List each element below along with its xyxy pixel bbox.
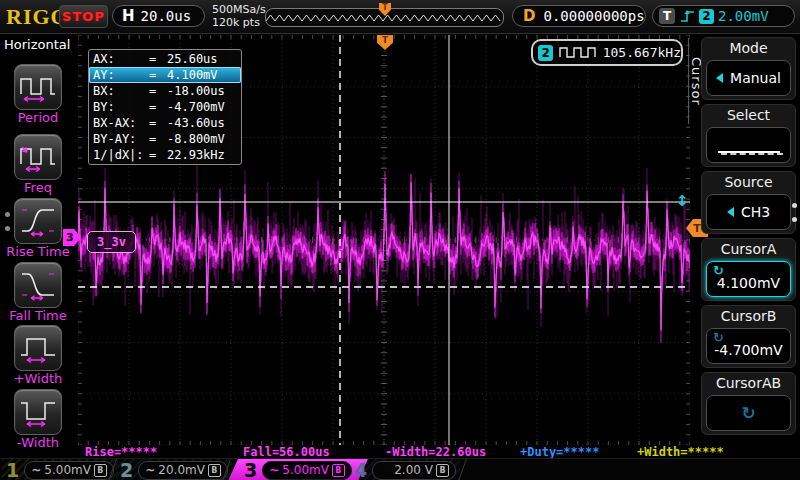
measure-falltime-label: Fall Time — [0, 308, 76, 323]
readout-label: BX: — [93, 84, 149, 98]
cursor-select-section[interactable]: Select — [701, 104, 796, 167]
measurement-duty: +Duty=***** — [520, 445, 599, 459]
measure-period-label: Period — [0, 110, 76, 125]
measure-risetime-button[interactable] — [14, 198, 62, 244]
source-button[interactable]: CH3 — [706, 194, 791, 230]
measurement-pwidth: +Width=***** — [637, 445, 724, 459]
trigger-position-marker-label: T — [382, 35, 388, 46]
readout-label: AY: — [93, 68, 149, 82]
rising-edge-icon — [679, 8, 696, 24]
channel-2-scale-pill: ~ 20.0mV B — [138, 461, 228, 480]
measurement-results-row: Rise=***** Fall=56.00us -Width=22.60us +… — [0, 445, 800, 458]
trigger-level-marker-label: T — [693, 222, 701, 235]
channel-2-number: 2 — [120, 459, 133, 480]
plus-width-icon — [18, 332, 58, 364]
readout-label: AX: — [93, 52, 149, 66]
measure-pluswidth-button[interactable] — [14, 325, 62, 371]
readout-row-bxax: BX-AX: = -43.60us — [89, 115, 241, 131]
measure-risetime-label: Rise Time — [0, 244, 76, 259]
channel-3-number: 3 — [244, 459, 257, 480]
cursor-b-section[interactable]: CursorB ↻ -4.700mV — [701, 305, 796, 368]
delay-box[interactable]: D 0.00000000ps — [512, 5, 646, 27]
readout-row-inv-dx: 1/|dX|: = 22.93kHz — [89, 147, 241, 163]
cursor-a-section[interactable]: CursorA ↻ 4.100mV — [701, 238, 796, 301]
readout-value: 25.60us — [167, 52, 218, 66]
channel-2-scale: 20.0mV — [158, 463, 205, 477]
channel-4-scale: 2.00 V — [394, 463, 433, 477]
measure-falltime-button[interactable] — [14, 262, 62, 308]
source-title: Source — [702, 174, 795, 190]
equals-sign: = — [149, 148, 167, 162]
channel-1-number: 1 — [6, 459, 19, 480]
channel-3-marker-label: 3 — [66, 231, 74, 244]
ac-coupling-icon: ~ — [31, 465, 41, 475]
left-page-dot-1 — [5, 212, 10, 217]
right-page-dot-1 — [792, 203, 797, 208]
measure-period-button[interactable] — [14, 64, 62, 110]
bandwidth-limit-icon: B — [94, 464, 107, 477]
t-label: T — [659, 8, 675, 24]
channel-3-status-active[interactable]: 3 ~ 5.00mV B — [228, 459, 368, 480]
measure-freq-label: Freq — [0, 180, 76, 195]
readout-value: -43.60us — [167, 116, 225, 130]
mode-button[interactable]: Manual — [706, 60, 791, 96]
mode-title: Mode — [702, 40, 795, 56]
equals-sign: = — [149, 68, 167, 82]
select-title: Select — [702, 107, 795, 123]
channel-1-scale: 5.00mV — [44, 463, 91, 477]
channel-2-status[interactable]: 2 ~ 20.0mV B — [116, 459, 232, 480]
delay-position-marker-label: T — [382, 3, 387, 12]
ac-coupling-icon: ~ — [269, 465, 279, 475]
cursor-ab-button[interactable]: ↻ — [706, 395, 791, 431]
cursor-source-section[interactable]: Source CH3 — [701, 171, 796, 234]
trigger-box[interactable]: T 2 2.00mV — [652, 5, 795, 27]
cursor-b-value: -4.700mV — [714, 342, 782, 358]
cursor-a-adjust-arrow-icon: ↕ — [676, 192, 689, 210]
left-arrow-icon — [727, 207, 734, 217]
cursor-b-button[interactable]: ↻ -4.700mV — [706, 328, 791, 364]
timebase-value: 20.0us — [141, 8, 192, 24]
frequency-counter-badge: 2 105.667kHz — [531, 39, 683, 66]
cursor-ab-section[interactable]: CursorAB ↻ — [701, 372, 796, 435]
channel-1-scale-pill: ~ 5.00mV B — [24, 461, 114, 480]
run-state-badge[interactable]: STOP — [59, 5, 108, 28]
measure-minuswidth-button[interactable] — [14, 389, 62, 435]
channel-3-scale: 5.00mV — [282, 463, 329, 477]
equals-sign: = — [149, 84, 167, 98]
freq-icon — [18, 141, 58, 173]
select-button[interactable] — [706, 127, 791, 163]
source-value: CH3 — [741, 204, 770, 220]
cursor-b-title: CursorB — [702, 308, 795, 324]
left-page-dot-2 — [5, 226, 10, 231]
cursor-a-button[interactable]: ↻ 4.100mV — [706, 261, 791, 297]
measure-pluswidth-label: +Width — [0, 371, 76, 386]
readout-value: -4.700mV — [167, 100, 225, 114]
channel-1-status[interactable]: 1 ~ 5.00mV B — [2, 459, 118, 480]
readout-value: -8.800mV — [167, 132, 225, 146]
channel-4-status[interactable]: 4 2.00 V B — [350, 459, 460, 480]
waveform-label: 3_3v — [87, 231, 136, 253]
period-icon — [18, 71, 58, 103]
horizontal-timebase-box[interactable]: H 20.0us — [112, 5, 205, 27]
frequency-value: 105.667kHz — [603, 45, 681, 60]
bandwidth-limit-icon: B — [436, 464, 449, 477]
readout-value: 4.100mV — [167, 68, 218, 82]
acquisition-info: 500MSa/s 120k pts — [212, 3, 266, 29]
readout-label: BX-AX: — [93, 116, 149, 130]
knob-icon: ↻ — [713, 330, 724, 345]
readout-row-ax: AX: = 25.60us — [89, 51, 241, 67]
run-state-label: STOP — [62, 9, 105, 24]
bandwidth-limit-icon: B — [332, 464, 345, 477]
equals-sign: = — [149, 116, 167, 130]
readout-row-byay: BY-AY: = -8.800mV — [89, 131, 241, 147]
cursor-mode-section[interactable]: Mode Manual — [701, 37, 796, 100]
left-arrow-icon — [716, 73, 723, 83]
equals-sign: = — [149, 52, 167, 66]
oscilloscope-screen: RIGOL STOP H 20.0us 500MSa/s 120k pts T … — [0, 0, 800, 480]
readout-row-by: BY: = -4.700mV — [89, 99, 241, 115]
left-menu-title: Horizontal — [4, 37, 70, 52]
square-wave-icon — [558, 45, 596, 60]
measure-freq-button[interactable] — [14, 134, 62, 180]
channel-status-bar: 1 ~ 5.00mV B 2 ~ 20.0mV B 3 ~ 5.00mV B — [0, 458, 800, 480]
bandwidth-limit-icon: B — [208, 464, 221, 477]
